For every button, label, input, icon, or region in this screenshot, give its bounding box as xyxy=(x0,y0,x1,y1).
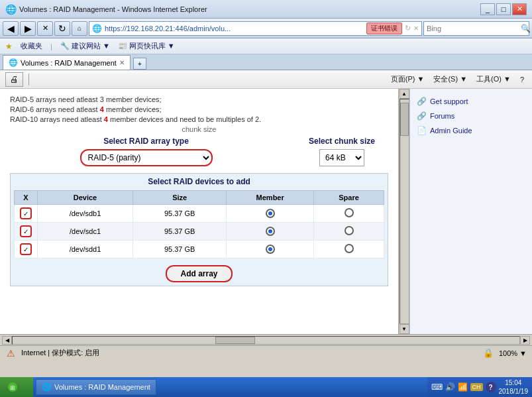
taskbar-right: ⌨ 🔊 📶 CH ? 15:04 2018/1/19 xyxy=(427,377,533,397)
col-header-size: Size xyxy=(133,191,227,205)
browser-icon: 🌐 xyxy=(5,4,17,15)
member-radio-btn-3[interactable] xyxy=(266,245,275,254)
chunk-size-select[interactable]: 4 kB 8 kB 16 kB 32 kB 64 kB 128 kB 256 k… xyxy=(319,149,364,166)
safety-menu[interactable]: 安全(S) ▼ xyxy=(431,73,470,85)
devices-table: X Device Size Member Spare /dev/sdb1 95.… xyxy=(14,190,384,258)
page-menu[interactable]: 页面(P) ▼ xyxy=(388,73,427,85)
chunk-size-select-container: 4 kB 8 kB 16 kB 32 kB 64 kB 128 kB 256 k… xyxy=(295,149,388,166)
taskbar-volume-icon: 📶 xyxy=(458,382,468,392)
device-size-1: 95.37 GB xyxy=(133,205,227,223)
taskbar: ⊞ 🌐 Volumes : RAID Management ⌨ 🔊 📶 CH ?… xyxy=(0,377,532,397)
tab-bar: 🌐 Volumes : RAID Management ✕ + xyxy=(0,54,532,70)
active-tab[interactable]: 🌐 Volumes : RAID Management ✕ xyxy=(3,55,131,70)
tab-label: Volumes : RAID Management xyxy=(21,59,117,67)
member-radio-2[interactable] xyxy=(227,223,314,241)
close-button[interactable]: ✕ xyxy=(512,3,527,15)
device-checkbox-1[interactable] xyxy=(20,207,32,219)
address-bar[interactable]: 🌐 证书错误 ↻ ✕ xyxy=(89,21,422,36)
scroll-left-button[interactable]: ◀ xyxy=(2,336,12,345)
col-header-spare: Spare xyxy=(314,191,384,205)
time-display: 15:04 xyxy=(499,378,529,387)
member-radio-btn-1[interactable] xyxy=(266,209,275,218)
spare-radio-btn-1[interactable] xyxy=(345,208,354,217)
member-radio-btn-2[interactable] xyxy=(266,227,275,236)
taskbar-ie-icon: 🌐 xyxy=(42,382,52,392)
vertical-scrollbar[interactable]: ▲ ▼ xyxy=(398,89,409,334)
raid-type-select-container: RAID-5 (parity) RAID-0 (stripe) RAID-1 (… xyxy=(10,149,282,166)
back-button[interactable]: ◀ xyxy=(3,21,19,36)
cert-error-badge[interactable]: 证书错误 xyxy=(366,23,402,34)
scroll-thumb[interactable] xyxy=(400,103,409,136)
tab-close-button[interactable]: ✕ xyxy=(119,59,125,66)
member-radio-1[interactable] xyxy=(227,205,314,223)
tools-menu[interactable]: 工具(O) ▼ xyxy=(474,73,513,85)
spare-radio-3[interactable] xyxy=(314,241,384,258)
scroll-track[interactable] xyxy=(399,99,409,324)
raid-type-select[interactable]: RAID-5 (parity) RAID-0 (stripe) RAID-1 (… xyxy=(80,149,213,166)
minimize-button[interactable]: _ xyxy=(480,3,495,15)
spare-radio-1[interactable] xyxy=(314,205,384,223)
address-input[interactable] xyxy=(105,25,364,32)
raid-type-group: Select RAID array type RAID-5 (parity) R… xyxy=(10,137,282,166)
home-button[interactable]: ⌂ xyxy=(72,21,87,36)
devices-table-wrapper: Select RAID devices to add X Device Size… xyxy=(10,173,388,286)
favorites-item[interactable]: 收藏夹 xyxy=(21,41,42,51)
member-radio-3[interactable] xyxy=(227,241,314,258)
horizontal-scrollbar[interactable]: ◀ ▶ xyxy=(0,334,532,345)
help-badge[interactable]: ? xyxy=(486,382,496,392)
status-bar: ⚠ Internet | 保护模式: 启用 🔒 100% ▼ xyxy=(0,345,532,360)
chunk-size-group: Select chunk size 4 kB 8 kB 16 kB 32 kB … xyxy=(295,137,388,166)
h-scroll-thumb[interactable] xyxy=(215,337,255,344)
checkbox-cell-2[interactable] xyxy=(15,223,38,241)
search-bar[interactable]: 🔍 xyxy=(423,21,529,36)
scroll-down-button[interactable]: ▼ xyxy=(399,324,409,334)
add-btn-row: Add array xyxy=(14,265,384,282)
checkbox-cell-1[interactable] xyxy=(15,205,38,223)
suggest-websites-item[interactable]: 🔧 建议网站 ▼ xyxy=(60,41,110,51)
stop-button[interactable]: ✕ xyxy=(37,21,53,36)
star-icon: ★ xyxy=(5,42,13,51)
device-checkbox-3[interactable] xyxy=(20,243,32,255)
sidebar-link-forums[interactable]: 🔗 Forums xyxy=(415,109,527,123)
device-size-3: 95.37 GB xyxy=(133,241,227,258)
device-checkbox-2[interactable] xyxy=(20,225,32,237)
sidebar: 🔗 Get support 🔗 Forums 📄 Admin Guide xyxy=(409,89,532,334)
checkbox-cell-3[interactable] xyxy=(15,241,38,258)
forums-label: Forums xyxy=(430,112,454,120)
chunk-size-label: Select chunk size xyxy=(295,137,388,146)
maximize-button[interactable]: □ xyxy=(496,3,511,15)
search-input[interactable] xyxy=(427,25,518,32)
forward-button[interactable]: ▶ xyxy=(20,21,36,36)
status-right: 🔒 100% ▼ xyxy=(483,348,527,358)
sidebar-link-admin-guide[interactable]: 📄 Admin Guide xyxy=(415,123,527,138)
favorites-bar: ★ 收藏夹 | 🔧 建议网站 ▼ 📰 网页快讯库 ▼ xyxy=(0,38,532,54)
device-name-3: /dev/sdd1 xyxy=(38,241,133,258)
info-line3: RAID-10 arrays need atleast 4 member dev… xyxy=(10,115,388,123)
tab-icon: 🌐 xyxy=(9,58,18,67)
suggest-icon: 🔧 xyxy=(60,42,70,50)
taskbar-ie-item[interactable]: 🌐 Volumes : RAID Management xyxy=(36,379,156,395)
taskbar-items: 🌐 Volumes : RAID Management xyxy=(33,379,427,395)
form-row-type-chunk: Select RAID array type RAID-5 (parity) R… xyxy=(10,137,388,166)
taskbar-keyboard-icon: ⌨ xyxy=(431,382,443,392)
new-tab-button[interactable]: + xyxy=(133,58,146,70)
col-header-device: Device xyxy=(38,191,133,205)
add-array-button[interactable]: Add array xyxy=(166,265,232,282)
spare-radio-2[interactable] xyxy=(314,223,384,241)
news-item[interactable]: 📰 网页快讯库 ▼ xyxy=(118,41,175,51)
scroll-right-button[interactable]: ▶ xyxy=(520,336,530,345)
spare-radio-btn-2[interactable] xyxy=(345,226,354,235)
status-zone-text: Internet | 保护模式: 启用 xyxy=(21,348,478,358)
refresh-button[interactable]: ↻ xyxy=(54,21,70,36)
spare-radio-btn-3[interactable] xyxy=(345,244,354,253)
refresh-icon: ↻ xyxy=(405,24,411,32)
taskbar-network-icon: 🔊 xyxy=(445,382,455,392)
h-scroll-track[interactable] xyxy=(12,336,520,345)
scroll-up-button[interactable]: ▲ xyxy=(399,89,409,99)
table-row: /dev/sdb1 95.37 GB xyxy=(15,205,384,223)
help-menu[interactable]: ? xyxy=(517,74,527,85)
sidebar-link-support[interactable]: 🔗 Get support xyxy=(415,94,527,109)
start-button[interactable]: ⊞ xyxy=(0,377,33,397)
toolbar-print-button[interactable]: 🖨 xyxy=(5,72,23,87)
main-layout: RAID-5 arrays need atleast 3 member devi… xyxy=(0,89,532,334)
